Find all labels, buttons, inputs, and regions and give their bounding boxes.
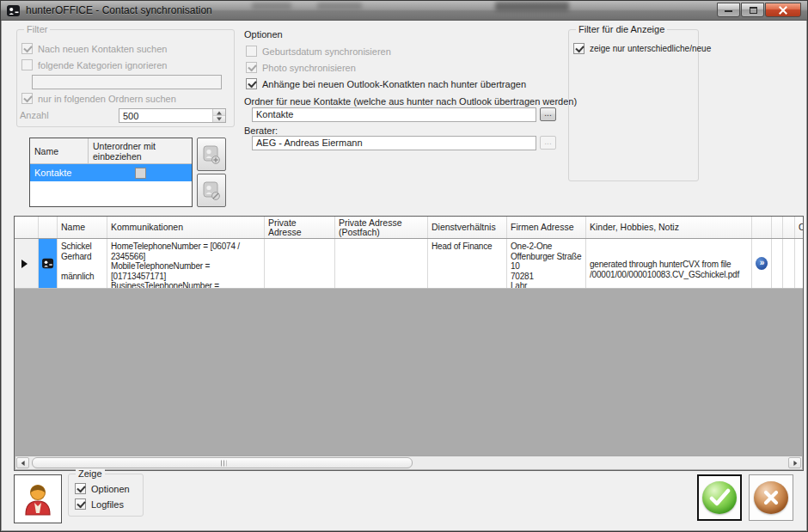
optionen-title: Optionen	[244, 29, 283, 40]
grid-horizontal-scrollbar[interactable]	[15, 456, 802, 469]
checkbox-icon	[21, 59, 33, 70]
cell-private-adresse[interactable]	[265, 239, 335, 288]
close-button[interactable]	[765, 3, 801, 17]
row-selector-cell[interactable]	[15, 239, 39, 288]
filter-group-title: Filter	[24, 24, 50, 34]
cell-kommunikationen[interactable]: HomeTelephoneNumber = [06074 / 2345566] …	[107, 239, 265, 288]
grid-header-private-postfach[interactable]: Private Adresse (Postfach)	[335, 217, 428, 238]
berater-input[interactable]: AEG - Andreas Eiermann	[252, 136, 536, 150]
grid-header-kommunikationen[interactable]: Kommunikationen	[107, 217, 265, 238]
new-contacts-folder-input[interactable]: Kontakte	[252, 107, 536, 122]
grid-corner-cell[interactable]	[15, 217, 39, 238]
subfolder-check-cell[interactable]	[89, 168, 192, 179]
checkbox-birthday-sync: Geburtsdatum synchronisieren	[246, 46, 391, 57]
spinner-up-icon[interactable]	[213, 109, 225, 116]
grid-header-dienstverhaeltnis[interactable]: Dienstverhältnis	[428, 217, 507, 238]
checkbox-icon	[75, 483, 86, 494]
folder-list-table: Name Unterordner mit einbeziehen Kontakt…	[29, 138, 193, 207]
grid-icon-column-header[interactable]	[39, 217, 58, 238]
cancel-button[interactable]	[749, 474, 793, 521]
cell-narrow-1[interactable]	[772, 239, 783, 288]
folder-col-name[interactable]: Name	[30, 138, 89, 163]
scrollbar-thumb[interactable]	[32, 457, 413, 468]
checkbox-only-folders: nur in folgenden Ordnern suchen	[21, 93, 176, 104]
dialog-window: hunterOFFICE - Contact synchronisation F…	[0, 0, 808, 532]
grid-header-private-adresse[interactable]: Private Adresse	[265, 217, 335, 238]
contact-icon-cell[interactable]	[39, 239, 58, 288]
cell-firmen-adresse[interactable]: One-2-One Offenburger Straße 10 70281 La…	[507, 239, 586, 288]
scroll-left-button[interactable]	[16, 457, 29, 468]
new-contacts-folder-label: Ordner für neue Kontakte (welche aus hun…	[244, 96, 577, 107]
grid-header-kinder-hobbies-notiz[interactable]: Kinder, Hobbies, Notiz	[586, 217, 752, 238]
grid-header-narrow-1[interactable]	[772, 217, 783, 238]
folder-name-cell[interactable]: Kontakte	[30, 168, 89, 178]
app-icon	[7, 4, 21, 17]
checkbox-icon	[573, 43, 585, 54]
checkbox-search-new-contacts: Nach neuen Kontakten suchen	[21, 43, 167, 54]
folder-remove-icon	[202, 180, 221, 201]
maximize-icon	[750, 7, 757, 14]
minimize-icon	[725, 10, 732, 12]
cell-kinder-hobbies-notiz[interactable]: generated through hunterCVX from file /0…	[586, 239, 752, 288]
subfolder-checkbox-icon[interactable]	[135, 168, 146, 179]
checkbox-icon	[246, 46, 257, 57]
grid-header-partial[interactable]: O	[795, 217, 804, 238]
remove-folder-button	[197, 174, 226, 207]
x-icon	[754, 481, 788, 514]
scrollbar-grip-icon	[218, 460, 226, 466]
checkbox-icon	[75, 498, 86, 510]
zeige-group: Zeige	[68, 474, 144, 517]
checkbox-show-only-different[interactable]: zeige nur unterschiedliche/neue	[573, 43, 711, 54]
current-row-arrow-icon	[21, 260, 28, 268]
person-icon	[21, 482, 54, 517]
checkbox-icon	[21, 93, 33, 104]
cell-partial[interactable]	[795, 239, 804, 288]
cell-narrow-2[interactable]	[783, 239, 795, 288]
checkbox-ignore-categories: folgende Kategorien ignorieren	[21, 59, 167, 70]
grid-header-name[interactable]: Name	[58, 217, 107, 238]
redaction-blur	[252, 3, 291, 9]
add-folder-button	[197, 138, 226, 171]
grid-header-firmen-adresse[interactable]: Firmen Adresse	[507, 217, 586, 238]
checkbox-icon	[21, 43, 33, 54]
anzahl-stepper[interactable]: 500	[119, 108, 226, 123]
cell-action[interactable]: »	[752, 239, 772, 288]
berater-label: Berater:	[244, 125, 278, 136]
anzahl-value: 500	[123, 111, 138, 122]
cell-name[interactable]: Schickel Gerhard männlich	[58, 239, 107, 288]
cell-dienstverhaeltnis[interactable]: Head of Finance	[428, 239, 507, 288]
contact-row-schickel[interactable]: Schickel Gerhard männlich HomeTelephoneN…	[15, 239, 803, 289]
anzahl-label: Anzahl	[20, 110, 49, 120]
user-avatar-button[interactable]	[14, 474, 62, 523]
folder-row-kontakte[interactable]: Kontakte	[30, 164, 192, 181]
folder-add-icon	[202, 144, 221, 165]
grid-header-narrow-2[interactable]	[783, 217, 795, 238]
anzeige-filter-title: Filter für die Anzeige	[576, 24, 667, 34]
categories-input	[32, 75, 222, 89]
browse-berater-button: ...	[540, 136, 556, 150]
contacts-grid: Name Kommunikationen Private Adresse Pri…	[14, 216, 804, 471]
redaction-blur	[317, 3, 362, 9]
ok-button[interactable]	[697, 474, 742, 521]
window-title: hunterOFFICE - Contact synchronisation	[26, 4, 212, 16]
folder-col-subfolder[interactable]: Unterordner mit einbeziehen	[89, 138, 192, 163]
browse-folder-button[interactable]: ...	[540, 107, 556, 121]
redaction-blur	[495, 2, 569, 11]
cell-private-postfach[interactable]	[335, 239, 428, 288]
checkbox-photo-sync: Photo synchronisieren	[246, 62, 356, 73]
scroll-right-button[interactable]	[788, 457, 801, 468]
checkbox-icon	[246, 78, 257, 89]
title-bar[interactable]: hunterOFFICE - Contact synchronisation	[1, 1, 807, 21]
grid-header-action[interactable]	[752, 217, 772, 238]
contact-card-icon	[42, 258, 54, 269]
maximize-button[interactable]	[741, 3, 764, 17]
spinner-down-icon[interactable]	[213, 116, 225, 122]
forward-arrows-icon[interactable]: »	[756, 257, 768, 270]
checkbox-zeige-logfiles[interactable]: Logfiles	[75, 498, 124, 510]
minimize-button[interactable]	[717, 3, 740, 17]
checkbox-zeige-optionen[interactable]: Optionen	[75, 483, 130, 494]
folder-list-header: Name Unterordner mit einbeziehen	[30, 138, 192, 164]
checkbox-icon	[246, 62, 257, 73]
checkbox-attachments-transfer[interactable]: Anhänge bei neuen Outlook-Konatkten nach…	[246, 78, 526, 89]
zeige-group-title: Zeige	[76, 468, 105, 479]
